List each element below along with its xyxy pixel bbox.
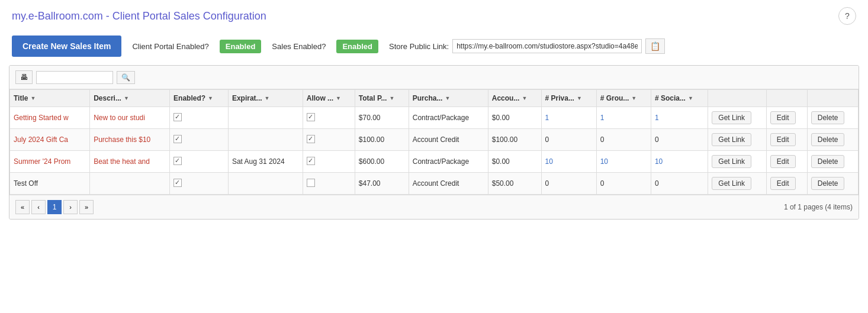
social-filter-icon[interactable]: ▼ (688, 95, 693, 101)
col-description[interactable]: Descri... ▼ (90, 90, 170, 107)
cell-private: 0 (541, 173, 596, 195)
cell-title[interactable]: July 2024 Gift Ca (10, 129, 90, 151)
cell-get-link[interactable]: Get Link (708, 173, 767, 195)
cell-group[interactable]: 1 (596, 107, 651, 129)
client-portal-status-badge: Enabled (220, 40, 262, 53)
col-title[interactable]: Title ▼ (10, 90, 90, 107)
cell-private[interactable]: 10 (541, 151, 596, 173)
cell-allow (303, 173, 355, 195)
col-actions-2 (766, 90, 807, 107)
cell-group: 0 (596, 173, 651, 195)
col-total-price[interactable]: Total P... ▼ (355, 90, 409, 107)
col-expiration[interactable]: Expirat... ▼ (228, 90, 303, 107)
next-page-button[interactable]: › (63, 200, 78, 214)
description-filter-icon[interactable]: ▼ (124, 95, 129, 101)
title-filter-icon[interactable]: ▼ (30, 95, 36, 101)
cell-group: 0 (596, 129, 651, 151)
cell-private: 0 (541, 129, 596, 151)
cell-delete[interactable]: Delete (807, 107, 858, 129)
cell-account: $0.00 (488, 151, 541, 173)
cell-allow (303, 129, 355, 151)
get-link-button[interactable]: Get Link (712, 177, 751, 190)
cell-delete[interactable]: Delete (807, 129, 858, 151)
cell-total-price: $600.00 (355, 151, 409, 173)
sales-items-table-container: 🖶 🔍 Title ▼ Descri... ▼ (9, 65, 859, 220)
col-actions-3 (807, 90, 858, 107)
cell-get-link[interactable]: Get Link (708, 107, 767, 129)
pagination: « ‹ 1 › » 1 of 1 pages (4 items) (9, 195, 859, 219)
table-row: Test Off $47.00 Account Credit $50.00 0 … (10, 173, 859, 195)
delete-button[interactable]: Delete (811, 111, 845, 124)
last-page-button[interactable]: » (79, 200, 94, 214)
col-enabled[interactable]: Enabled? ▼ (170, 90, 229, 107)
cell-edit[interactable]: Edit (766, 129, 807, 151)
expiration-filter-icon[interactable]: ▼ (265, 95, 270, 101)
cell-purchase-type: Contract/Package (409, 151, 488, 173)
cell-social[interactable]: 1 (651, 107, 708, 129)
cell-purchase-type: Account Credit (409, 173, 488, 195)
table-row: July 2024 Gift Ca Purchase this $10 $100… (10, 129, 859, 151)
private-filter-icon[interactable]: ▼ (577, 95, 582, 101)
account-filter-icon[interactable]: ▼ (522, 95, 527, 101)
table-header-row: Title ▼ Descri... ▼ Enabled? ▼ (10, 90, 859, 107)
edit-button[interactable]: Edit (770, 111, 796, 124)
cell-expiration (228, 129, 303, 151)
enabled-filter-icon[interactable]: ▼ (208, 95, 213, 101)
purchase-filter-icon[interactable]: ▼ (445, 95, 450, 101)
cell-title[interactable]: Getting Started w (10, 107, 90, 129)
col-account[interactable]: Accou... ▼ (488, 90, 541, 107)
get-link-button[interactable]: Get Link (712, 133, 751, 146)
delete-button[interactable]: Delete (811, 133, 845, 146)
cell-edit[interactable]: Edit (766, 107, 807, 129)
cell-edit[interactable]: Edit (766, 151, 807, 173)
cell-private[interactable]: 1 (541, 107, 596, 129)
edit-button[interactable]: Edit (770, 155, 796, 168)
cell-get-link[interactable]: Get Link (708, 129, 767, 151)
col-private[interactable]: # Priva... ▼ (541, 90, 596, 107)
cell-get-link[interactable]: Get Link (708, 151, 767, 173)
get-link-button[interactable]: Get Link (712, 111, 751, 124)
edit-button[interactable]: Edit (770, 133, 796, 146)
copy-link-button[interactable]: 📋 (645, 38, 665, 54)
total-price-filter-icon[interactable]: ▼ (389, 95, 394, 101)
cell-social: 0 (651, 129, 708, 151)
get-link-button[interactable]: Get Link (712, 155, 751, 168)
delete-button[interactable]: Delete (811, 155, 845, 168)
allow-filter-icon[interactable]: ▼ (336, 95, 341, 101)
table-row: Summer '24 Prom Beat the heat and Sat Au… (10, 151, 859, 173)
cell-social[interactable]: 10 (651, 151, 708, 173)
cell-expiration (228, 107, 303, 129)
delete-button[interactable]: Delete (811, 177, 845, 190)
edit-button[interactable]: Edit (770, 177, 796, 190)
col-social[interactable]: # Socia... ▼ (651, 90, 708, 107)
help-button[interactable]: ? (838, 7, 856, 25)
col-allow[interactable]: Allow ... ▼ (303, 90, 355, 107)
col-actions-1 (708, 90, 767, 107)
group-filter-icon[interactable]: ▼ (631, 95, 636, 101)
cell-description: Purchase this $10 (90, 129, 170, 151)
cell-title[interactable]: Test Off (10, 173, 90, 195)
cell-total-price: $100.00 (355, 129, 409, 151)
cell-expiration: Sat Aug 31 2024 (228, 151, 303, 173)
current-page-number[interactable]: 1 (47, 200, 62, 214)
col-group[interactable]: # Grou... ▼ (596, 90, 651, 107)
cell-title[interactable]: Summer '24 Prom (10, 151, 90, 173)
store-link-input[interactable] (452, 39, 642, 53)
search-button[interactable]: 🔍 (117, 71, 135, 84)
cell-delete[interactable]: Delete (807, 151, 858, 173)
cell-enabled (170, 129, 229, 151)
cell-allow (303, 107, 355, 129)
create-new-sales-item-button[interactable]: Create New Sales Item (12, 36, 121, 57)
cell-enabled (170, 151, 229, 173)
cell-delete[interactable]: Delete (807, 173, 858, 195)
first-page-button[interactable]: « (15, 200, 30, 214)
print-button[interactable]: 🖶 (15, 70, 33, 84)
cell-group[interactable]: 10 (596, 151, 651, 173)
cell-total-price: $70.00 (355, 107, 409, 129)
col-purchase-type[interactable]: Purcha... ▼ (409, 90, 488, 107)
prev-page-button[interactable]: ‹ (31, 200, 46, 214)
cell-social: 0 (651, 173, 708, 195)
cell-edit[interactable]: Edit (766, 173, 807, 195)
search-input[interactable] (36, 71, 113, 84)
store-link-label: Store Public Link: (389, 42, 449, 51)
